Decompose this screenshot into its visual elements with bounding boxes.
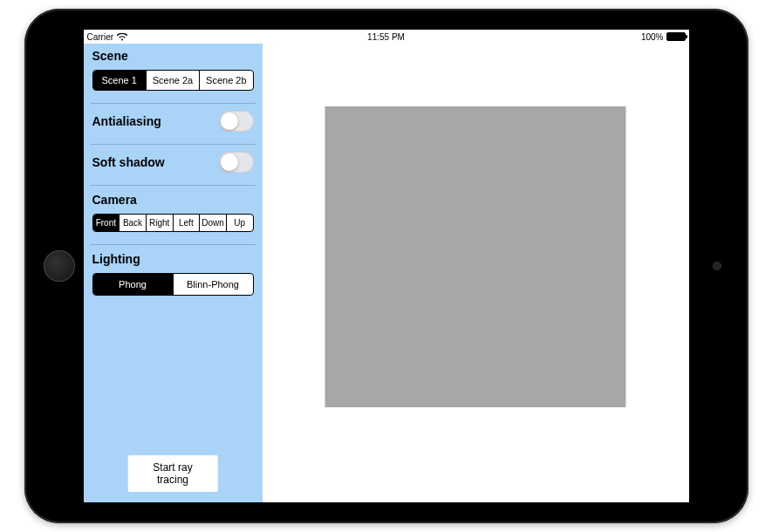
camera-back[interactable]: Back: [120, 215, 147, 231]
status-bar: Carrier 11:55 PM 100%: [84, 30, 689, 44]
home-button-icon[interactable]: [44, 250, 75, 282]
lighting-phong[interactable]: Phong: [93, 274, 174, 295]
antialiasing-toggle[interactable]: [219, 111, 254, 132]
device-screen: Carrier 11:55 PM 100% Scene Scene 1: [84, 30, 689, 502]
toggle-knob-icon: [221, 153, 238, 171]
camera-section: Camera Front Back Right Left Down Up: [92, 193, 254, 232]
battery-icon: [666, 32, 686, 41]
render-output-placeholder: [325, 106, 626, 407]
start-ray-tracing-button[interactable]: Start ray tracing: [128, 455, 218, 492]
front-camera-icon: [714, 263, 721, 269]
toggle-knob-icon: [221, 113, 238, 130]
divider: [91, 103, 256, 104]
status-left: Carrier: [87, 32, 128, 42]
scene-option-2a[interactable]: Scene 2a: [147, 71, 200, 90]
antialiasing-row: Antialiasing: [92, 111, 254, 132]
scene-segmented[interactable]: Scene 1 Scene 2a Scene 2b: [92, 70, 254, 91]
scene-option-1[interactable]: Scene 1: [93, 71, 147, 90]
soft-shadow-row: Soft shadow: [92, 152, 254, 173]
scene-section: Scene Scene 1 Scene 2a Scene 2b: [92, 49, 254, 91]
camera-right[interactable]: Right: [147, 215, 174, 231]
soft-shadow-toggle[interactable]: [219, 152, 254, 173]
ipad-frame: Carrier 11:55 PM 100% Scene Scene 1: [24, 9, 748, 523]
antialiasing-label: Antialiasing: [92, 114, 161, 128]
soft-shadow-label: Soft shadow: [92, 155, 165, 169]
wifi-icon: [117, 33, 127, 41]
divider: [91, 244, 256, 245]
camera-down[interactable]: Down: [200, 215, 227, 231]
camera-front[interactable]: Front: [93, 215, 120, 231]
camera-up[interactable]: Up: [227, 215, 253, 231]
scene-option-2b[interactable]: Scene 2b: [200, 71, 252, 90]
status-right: 100%: [641, 32, 686, 42]
battery-percent-label: 100%: [641, 32, 664, 42]
lighting-title: Lighting: [92, 252, 254, 266]
clock-label: 11:55 PM: [367, 32, 405, 42]
settings-sidebar: Scene Scene 1 Scene 2a Scene 2b Antialia…: [84, 44, 263, 502]
divider: [91, 185, 256, 186]
camera-segmented[interactable]: Front Back Right Left Down Up: [92, 214, 254, 232]
divider: [91, 144, 256, 145]
carrier-label: Carrier: [87, 32, 114, 42]
lighting-blinn-phong[interactable]: Blinn-Phong: [174, 274, 253, 295]
scene-title: Scene: [92, 49, 254, 63]
lighting-segmented[interactable]: Phong Blinn-Phong: [92, 273, 254, 296]
app-root: Scene Scene 1 Scene 2a Scene 2b Antialia…: [84, 44, 689, 502]
lighting-section: Lighting Phong Blinn-Phong: [92, 252, 254, 296]
camera-left[interactable]: Left: [174, 215, 201, 231]
canvas-area: [263, 44, 689, 502]
camera-title: Camera: [92, 193, 254, 207]
